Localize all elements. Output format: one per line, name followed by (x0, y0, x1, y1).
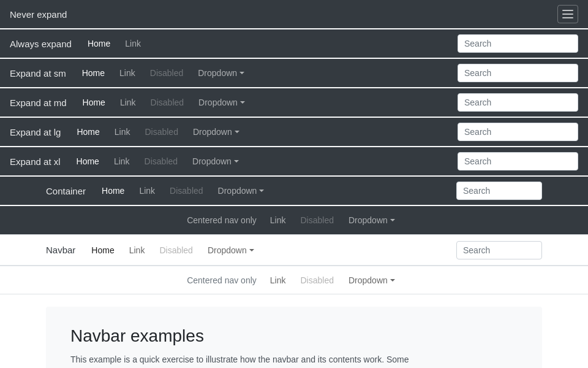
expand-md-brand: Expand at md (10, 98, 67, 108)
nav-links-expand-lg: Home Link Disabled Dropdown (70, 123, 458, 140)
dropdown-toggle[interactable]: Dropdown (342, 212, 401, 229)
nav-link-home[interactable]: Home (85, 242, 120, 259)
search-input[interactable] (456, 182, 542, 200)
content-title: Navbar examples (70, 326, 518, 346)
navbar-brand-light: Navbar (46, 245, 75, 255)
always-expand-brand: Always expand (10, 39, 72, 49)
expand-lg-brand: Expand at lg (10, 127, 61, 137)
nav-dropdown: Dropdown (342, 272, 401, 289)
search-container (456, 241, 542, 259)
expand-xl-brand: Expand at xl (10, 156, 61, 167)
nav-link-disabled: Disabled (138, 153, 184, 170)
nav-dropdown: Dropdown (192, 94, 251, 111)
navbar-centered-light: Centered nav only Link Disabled Dropdown (0, 266, 588, 294)
nav-link-disabled: Disabled (138, 123, 184, 140)
nav-link-disabled: Disabled (153, 242, 198, 259)
navbar-always-expand: Always expand Home Link (0, 29, 588, 58)
content-area: Navbar examples This example is a quick … (0, 294, 588, 368)
toggler-bar (562, 17, 573, 18)
nav-link-link[interactable]: Link (108, 123, 137, 140)
centered-nav-links-light: Centered nav only Link Disabled Dropdown (187, 272, 401, 289)
nav-dropdown: Dropdown (212, 182, 271, 199)
nav-link-home[interactable]: Home (70, 123, 105, 140)
nav-link-disabled: Disabled (295, 272, 340, 289)
nav-dropdown: Dropdown (192, 64, 251, 82)
nav-links-always-expand: Home Link (81, 35, 458, 52)
navbar-never-expand: Never expand (0, 0, 588, 28)
nav-link-link[interactable]: Link (113, 64, 141, 82)
nav-dropdown: Dropdown (187, 123, 246, 140)
nav-dropdown: Dropdown (342, 212, 401, 229)
dropdown-toggle[interactable]: Dropdown (187, 123, 246, 140)
nav-link-disabled: Disabled (164, 182, 209, 199)
toggler-bar (562, 13, 573, 15)
content-container: Navbar examples This example is a quick … (37, 307, 551, 368)
search-input[interactable] (458, 34, 578, 53)
navbar-centered-dark: Centered nav only Link Disabled Dropdown (0, 206, 588, 234)
nav-dropdown: Dropdown (186, 153, 245, 170)
search-input[interactable] (458, 64, 578, 82)
nav-links-white: Home Link Disabled Dropdown (85, 242, 456, 259)
navbar-white: Navbar Home Link Disabled Dropdown (0, 235, 588, 266)
nav-link-link[interactable]: Link (108, 153, 136, 170)
nav-links-expand-sm: Home Link Disabled Dropdown (76, 64, 458, 82)
navbar-white-inner: Navbar Home Link Disabled Dropdown (37, 241, 551, 259)
expand-sm-brand: Expand at sm (10, 68, 66, 79)
centered-nav-links-dark: Centered nav only Link Disabled Dropdown (187, 212, 401, 229)
search-input[interactable] (458, 152, 578, 171)
nav-link-link[interactable]: Link (123, 242, 151, 259)
content-box: Navbar examples This example is a quick … (46, 307, 542, 368)
nav-link-home[interactable]: Home (77, 94, 111, 111)
centered-nav-label: Centered nav only (187, 215, 257, 225)
nav-link-disabled: Disabled (295, 212, 340, 229)
nav-dropdown: Dropdown (202, 242, 260, 259)
search-container (458, 123, 578, 141)
nav-links-expand-xl: Home Link Disabled Dropdown (70, 153, 458, 170)
navbar-container: Container Home Link Disabled Dropdown (37, 177, 551, 205)
dropdown-toggle[interactable]: Dropdown (342, 272, 401, 289)
search-container (456, 182, 542, 200)
dropdown-toggle[interactable]: Dropdown (202, 242, 260, 259)
navbar-expand-lg: Expand at lg Home Link Disabled Dropdown (0, 118, 588, 146)
container-brand: Container (46, 186, 86, 196)
navbar-expand-md: Expand at md Home Link Disabled Dropdown (0, 88, 588, 117)
nav-link-link[interactable]: Link (264, 212, 292, 229)
navbar-container-wrapper: Container Home Link Disabled Dropdown (0, 177, 588, 205)
nav-link-link[interactable]: Link (264, 272, 292, 289)
nav-link-home[interactable]: Home (76, 64, 111, 82)
nav-link-disabled: Disabled (145, 94, 190, 111)
navbar-expand-sm: Expand at sm Home Link Disabled Dropdown (0, 59, 588, 87)
search-container (458, 64, 578, 82)
centered-nav-label-light: Centered nav only (187, 275, 257, 285)
nav-link-home[interactable]: Home (96, 182, 130, 199)
nav-link-link[interactable]: Link (119, 35, 147, 52)
nav-link-link[interactable]: Link (133, 182, 161, 199)
never-expand-brand: Never expand (10, 9, 67, 20)
nav-link-disabled: Disabled (144, 64, 189, 82)
navbar-expand-xl: Expand at xl Home Link Disabled Dropdown (0, 147, 588, 175)
dropdown-toggle[interactable]: Dropdown (186, 153, 245, 170)
dropdown-toggle[interactable]: Dropdown (192, 94, 251, 111)
nav-link-link[interactable]: Link (114, 94, 142, 111)
search-container (458, 93, 578, 112)
dropdown-toggle[interactable]: Dropdown (192, 64, 251, 82)
search-input[interactable] (456, 241, 542, 259)
search-input[interactable] (458, 93, 578, 112)
nav-link-home[interactable]: Home (81, 35, 116, 52)
search-container (458, 34, 578, 53)
dropdown-toggle[interactable]: Dropdown (212, 182, 271, 199)
nav-links-container: Home Link Disabled Dropdown (96, 182, 456, 199)
navbar-toggler[interactable] (557, 5, 578, 23)
search-input[interactable] (458, 123, 578, 141)
nav-links-expand-md: Home Link Disabled Dropdown (77, 94, 458, 111)
toggler-bar (562, 10, 573, 11)
content-description: This example is a quick exercise to illu… (70, 353, 518, 366)
nav-link-home[interactable]: Home (70, 153, 105, 170)
search-container (458, 152, 578, 171)
